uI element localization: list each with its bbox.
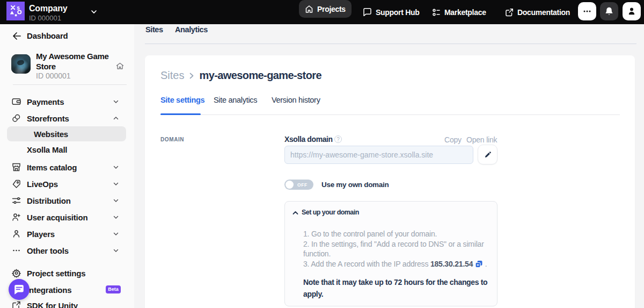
svg-text:s: s	[17, 5, 20, 11]
